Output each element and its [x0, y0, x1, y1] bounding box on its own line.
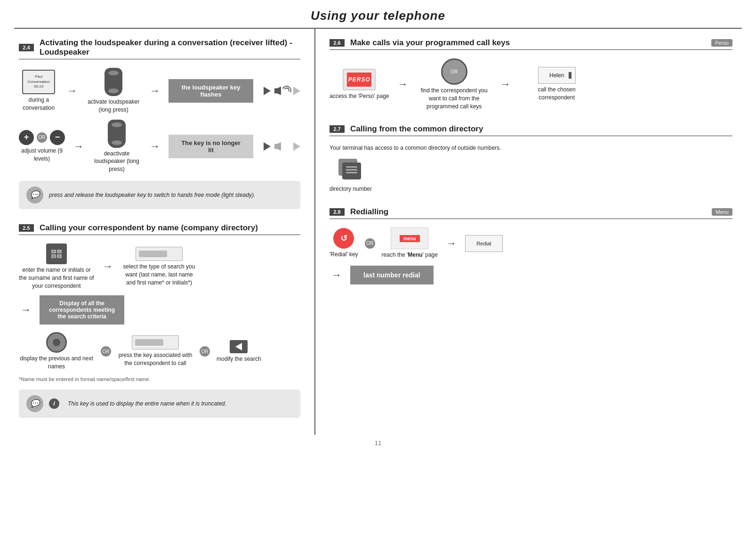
loudspeaker-flashes-box: the loudspeaker key flashes [169, 79, 253, 103]
note2-bubble-icon: 💬 [26, 395, 43, 412]
search-select-icon [136, 247, 183, 261]
speaker-body2-icon [274, 142, 281, 151]
section-2-5-title: Calling your correspondent by name (comp… [40, 223, 258, 233]
section-2-7-title: Calling from the common directory [350, 124, 483, 134]
search-type-item: select the type of search you want (last… [121, 247, 197, 286]
section-2-4-num: 2.4 [19, 44, 34, 51]
note-bubble-icon: 💬 [26, 187, 43, 203]
helen-screen-text: Helen [549, 72, 564, 79]
dir-line3 [346, 172, 357, 173]
speaker-arrow-muted-icon [293, 87, 300, 95]
directory-icon [338, 159, 363, 183]
note2-text: This key is used to display the entire n… [68, 400, 226, 407]
section-2-6-header: 2.6 Make calls via your programmed call … [330, 38, 732, 50]
call-chosen-item: Helen call the chosen correspondent [519, 67, 595, 102]
alpha-row1: A 1 [51, 250, 62, 253]
menu-reach-label: reach the 'Menu' page [382, 251, 438, 259]
section-2-6-num: 2.6 [330, 39, 345, 47]
speaker-body-icon [274, 87, 281, 95]
find-correspondent-item: OR find the correspondent you want to ca… [417, 58, 492, 110]
left-column: 2.4 Activating the loudspeaker during a … [14, 29, 315, 435]
perso-key-item: PERSO access the 'Perso' page [330, 69, 389, 100]
last-number-redial-box: last number redial [350, 266, 434, 284]
alpha-key-1: 1 [57, 250, 62, 253]
helen-cursor-icon [569, 72, 571, 79]
back-key-icon [230, 340, 248, 353]
select-bar [139, 251, 167, 257]
footnote-25: *Name must be entered in format name/spa… [19, 376, 300, 382]
display-criteria-box: Display of all the correspondents meetin… [40, 295, 124, 325]
dir-number-label: directory number [330, 185, 372, 193]
nav-big-icon: OR [441, 58, 467, 85]
arrow-3: → [73, 140, 84, 153]
section-2-4-step2-row: + OR − adjust volume (9 levels) → deacti… [19, 120, 300, 173]
dir-line2 [346, 169, 357, 171]
activate-speaker-item: activate loudspeaker (long press) [86, 68, 141, 114]
menu-screen-item: menu reach the 'Menu' page [382, 227, 438, 259]
screen-text: Paul Conversation 00:23 [24, 74, 53, 89]
section-2-8-num: 2.8 [330, 208, 345, 216]
key-no-longer-lit-box: The key is no longer lit [169, 135, 253, 158]
dir-line1 [346, 166, 357, 168]
section-2-8-step1-row: ↺ 'Redial' key OR menu reach the 'Menu' … [330, 227, 732, 259]
phone-screen-item: Paul Conversation 00:23 during a convers… [19, 70, 58, 112]
vol-plus-icon: + [19, 130, 34, 145]
redial-screen-icon: Redial [465, 235, 503, 252]
select-key-item: press the key associated with the corres… [118, 335, 193, 367]
vol-minus-icon: − [50, 130, 65, 145]
alpha-key-s: S [57, 254, 62, 258]
arrow-1: → [67, 85, 77, 97]
redial-key-label: 'Redial' key [330, 251, 358, 259]
vol-label: adjust volume (9 levels) [19, 147, 65, 163]
speaker-icon-wrapper [273, 83, 290, 98]
deactivate-label: deactivate loudspeaker (long press) [92, 150, 141, 173]
nav-big-label: OR [450, 69, 458, 74]
section-2-8-header: 2.8 Redialling Menu [330, 207, 732, 219]
vol-adjust-item: + OR − adjust volume (9 levels) [19, 130, 65, 163]
access-perso-label: access the 'Perso' page [330, 92, 389, 100]
arrow-icon3 [293, 142, 300, 151]
section-2-5-num: 2.5 [19, 224, 34, 232]
call-chosen-label: call the chosen correspondent [519, 86, 595, 102]
section-2-8-badge: Menu [712, 208, 732, 216]
page-header: Using your telephone [14, 0, 742, 29]
or-badge-nav: OR [101, 346, 111, 357]
alpha-keys-item: A 1 Q S enter the name or initials or th… [19, 244, 94, 290]
section-2-6-badge: Perso [711, 39, 732, 47]
alpha-key-a: A [51, 250, 56, 253]
note-text: press and release the loudspeaker key to… [49, 192, 255, 198]
section-2-5-note: 💬 i This key is used to display the enti… [19, 390, 300, 418]
nav-label: display the previous and next names [19, 355, 94, 371]
section-2-8-title: Redialling [350, 207, 388, 217]
during-conversation-label: during a conversation [19, 96, 58, 112]
back-key-item: modify the search [217, 340, 261, 363]
section-2-8-step2-row: → last number redial [330, 266, 732, 284]
arrow-4: → [150, 140, 160, 153]
section-2-5-display-row: → Display of all the correspondents meet… [19, 295, 300, 325]
menu-screen-icon: menu [391, 227, 428, 249]
section-2-4-note: 💬 press and release the loudspeaker key … [19, 181, 300, 209]
section-2-5-header: 2.5 Calling your correspondent by name (… [19, 223, 300, 235]
key-select-bar [135, 339, 163, 346]
helen-screen-icon: Helen [538, 67, 576, 84]
section-2-6-step-row: PERSO access the 'Perso' page → OR find … [330, 58, 732, 110]
redial-screen-item: Redial [465, 235, 503, 252]
arrow-9: → [446, 237, 457, 250]
key-select-icon [132, 335, 179, 349]
speaker-wave-large-icon [281, 84, 293, 97]
vol-controls: + OR − [19, 130, 65, 145]
section-2-7-header: 2.7 Calling from the common directory [330, 124, 732, 136]
back-triangle-icon [235, 343, 242, 350]
or-badge-redial: OR [365, 238, 375, 249]
redial-screen-text: Redial [476, 241, 491, 246]
section-2-7-step-row: directory number [330, 159, 732, 193]
speaker-arrow-icon [264, 87, 271, 95]
activate-speaker-label: activate loudspeaker (long press) [86, 98, 141, 114]
phone-screen-icon: Paul Conversation 00:23 [22, 70, 55, 94]
or-badge-modify: OR [200, 346, 210, 357]
handset-icon [105, 68, 122, 96]
redial-key-icon: ↺ [333, 228, 354, 249]
menu-bar-text: menu [400, 235, 420, 242]
or-badge-vol: OR [37, 132, 47, 143]
nav-circle-item: display the previous and next names [19, 332, 94, 371]
